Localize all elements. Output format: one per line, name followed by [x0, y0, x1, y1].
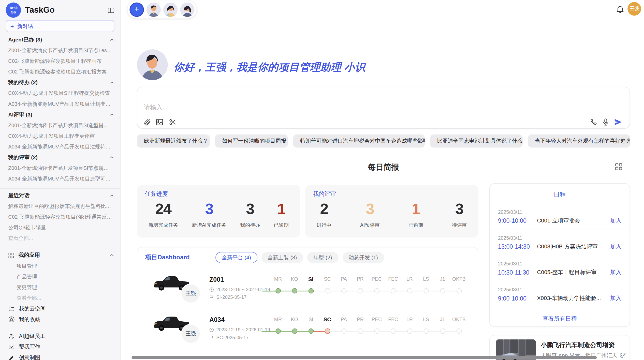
join-link[interactable]: 加入 — [610, 295, 621, 302]
stat-ai-pre-review: 3AI预评审 — [360, 201, 380, 229]
join-link[interactable]: 加入 — [610, 243, 621, 250]
milestone-dot — [341, 328, 346, 334]
tab-model-year[interactable]: 年型 (2) — [307, 252, 338, 263]
flag-icon — [209, 295, 214, 299]
stat-in-progress: 2进行中 — [317, 201, 331, 229]
recent-chat-item[interactable]: 公司Q3轻卡销量 — [0, 222, 120, 233]
suggestion-chip[interactable]: 如何写一份清晰的项目周报 — [215, 134, 288, 148]
sidebar-item[interactable]: C02-飞腾新能源轻客改款项目里程碑画布 — [0, 56, 120, 67]
view-all-chats-link[interactable]: 查看全部... — [0, 233, 120, 244]
collapse-panel-icon[interactable] — [107, 6, 115, 14]
suggestion-chip[interactable]: 特朗普可能对进口汽车增税会对中国车企造成哪些影响 — [293, 134, 425, 148]
apps-grid-icon — [8, 252, 14, 258]
avatar[interactable] — [163, 2, 178, 17]
milestone-dot — [407, 288, 412, 293]
paperclip-icon[interactable] — [143, 118, 151, 126]
avatar[interactable] — [180, 2, 195, 17]
tab-new-platform[interactable]: 全新平台 (4) — [215, 252, 257, 263]
mic-icon[interactable] — [602, 118, 610, 126]
section-ai-review[interactable]: AI评审 (3) — [0, 109, 120, 120]
milestone-dot — [390, 288, 396, 293]
view-all-apps-link[interactable]: 查看全部... — [0, 293, 120, 303]
project-row[interactable]: 王强 A034 2023-12-19 ~ 2026-01-19 SC-2025-… — [137, 312, 478, 352]
card-title: 任务进度 — [145, 190, 168, 198]
sidebar-item-creative-draw[interactable]: 创意制图 — [0, 352, 120, 360]
app-item-project-mgmt[interactable]: 项目管理 — [0, 261, 120, 271]
stat-review-overdue: 1已逾期 — [408, 201, 423, 229]
sidebar-item[interactable]: A034-全新新能源MUV产品开发项目造型可行性评审 — [0, 173, 120, 184]
sidebar-item[interactable]: A034-全新新能源MUV产品开发项目法规符合性评审 — [0, 141, 120, 152]
avatar[interactable] — [147, 2, 161, 17]
milestone: PA — [335, 312, 352, 334]
section-label: 我的评审 (2) — [8, 154, 38, 161]
session-switcher: + — [127, 1, 197, 19]
tab-powertrain[interactable]: 动总开发 (1) — [342, 252, 384, 263]
user-avatar[interactable]: 王强 — [627, 2, 641, 16]
bell-icon[interactable] — [616, 5, 625, 14]
my-review-card: 我的评审 2进行中 3AI预评审 1已逾期 3待评审 — [305, 185, 478, 238]
milestone-dot — [341, 288, 346, 293]
section-label: AI评审 (3) — [8, 111, 32, 118]
sidebar-item[interactable]: Z001-全新燃油皮卡产品开发项目SI节点Lesson Learn报告 — [0, 45, 120, 56]
section-my-review[interactable]: 我的评审 (2) — [0, 152, 120, 163]
project-name: A034 — [209, 316, 225, 323]
send-icon[interactable] — [614, 118, 622, 126]
section-label: 最近对话 — [8, 192, 30, 199]
add-session-button[interactable]: + — [129, 2, 144, 17]
chat-input[interactable]: 请输入... — [137, 87, 630, 129]
milestone-dot — [374, 328, 379, 334]
suggestion-chip[interactable]: 欧洲新规最近颁布了什么？ — [137, 134, 210, 148]
section-agent-done[interactable]: Agent已办 (3) — [0, 35, 120, 45]
recent-chat-item[interactable]: 解释最新出台的欧盟报废车法规再生塑料比例被调至15%... — [0, 201, 120, 212]
app-item-change-mgmt[interactable]: 变更管理 — [0, 282, 120, 293]
milestone: PEC — [369, 271, 385, 293]
join-link[interactable]: 加入 — [610, 269, 621, 276]
section-my-todo[interactable]: 我的待办 (2) — [0, 77, 120, 88]
section-my-apps[interactable]: 我的应用 — [0, 250, 120, 261]
task-progress-card: 任务进度 24新增完成任务 3新增AI完成任务 3我的待办 1已逾期 — [137, 185, 300, 238]
sidebar-item-ai-staff[interactable]: AI超级员工 — [0, 331, 120, 342]
milestone-dot — [325, 328, 330, 334]
milestone: KO — [286, 312, 303, 334]
sidebar-item-write-helper[interactable]: 帮我写作 — [0, 342, 120, 352]
project-row[interactable]: 王强 Z001 2023-12-19 ~ 2027-01-19 SI-2025-… — [137, 271, 478, 311]
sidebar-item-favorites[interactable]: 我的收藏 — [0, 314, 120, 325]
join-link[interactable]: 加入 — [610, 217, 621, 224]
project-dashboard: 项目Dashboard 全新平台 (4) 全新上装 (3) 年型 (2) 动总开… — [137, 247, 478, 360]
scissors-icon[interactable] — [169, 118, 177, 126]
suggestion-chip[interactable]: 当下年轻人对汽车外观有怎样的喜好趋势 — [528, 134, 630, 148]
project-next-milestone: SC-2025-05-17 — [209, 335, 249, 340]
section-recent-chats[interactable]: 最近对话 — [0, 190, 120, 201]
grid-icon[interactable] — [615, 163, 622, 170]
sidebar-item[interactable]: C0X4-动力总成开发项目SI里程碑提交物检查 — [0, 88, 120, 99]
sidebar-item[interactable]: Z001-全新燃油轻卡产品开发项目SI节点属性5D文件评审 — [0, 163, 120, 173]
event-name: C005-整车工程目标评审 — [537, 269, 607, 276]
suggestion-chip[interactable]: 比亚迪全固态电池计划具体说了什么 — [430, 134, 522, 148]
milestone: PEC — [369, 312, 385, 334]
pen-icon — [8, 354, 15, 360]
sidebar-item-cloud-space[interactable]: 我的云空间 — [0, 303, 120, 314]
sidebar-item[interactable]: C0X4-动力总成开发项目工程变更评审 — [0, 131, 120, 141]
image-icon[interactable] — [155, 118, 164, 126]
sidebar-item[interactable]: C02-飞腾新能源轻客改款项目立项汇报方案 — [0, 67, 120, 77]
sidebar-item[interactable]: Z001-全新燃油轻卡产品开发项目SI造型提交物评审 — [0, 120, 120, 131]
recent-chat-item[interactable]: C02-飞腾新能源轻客改款项目的闭环通告反馈情况 — [0, 212, 120, 222]
milestone: LR — [401, 271, 418, 293]
flag-icon — [209, 335, 214, 340]
schedule-list: 2025/03/11 9:00-10:00 C001-立项审批会 加入 2025… — [490, 203, 630, 307]
stat-new-done: 24新增完成任务 — [149, 201, 178, 229]
tab-new-upfit[interactable]: 全新上装 (3) — [261, 252, 303, 263]
phone-icon[interactable] — [589, 118, 597, 126]
sidebar-item[interactable]: A034-全新新能源MUV产品开发项目计划变更表编写 — [0, 99, 120, 109]
new-chat-button[interactable]: + 新对话 — [6, 20, 114, 32]
write-helper-label: 帮我写作 — [19, 343, 40, 351]
plus-icon: + — [135, 5, 139, 14]
view-all-schedule-link[interactable]: 查看所有日程 — [490, 315, 630, 323]
stat-pending-review: 3待评审 — [452, 201, 467, 229]
app-item-product-mgmt[interactable]: 产品管理 — [0, 271, 120, 282]
stat-overdue: 1已逾期 — [274, 201, 289, 229]
milestone-dot — [358, 328, 363, 334]
horizontal-scrollbar[interactable] — [131, 356, 597, 359]
milestone: MR — [270, 271, 286, 293]
stat-new-ai-done: 3新增AI完成任务 — [192, 201, 226, 229]
